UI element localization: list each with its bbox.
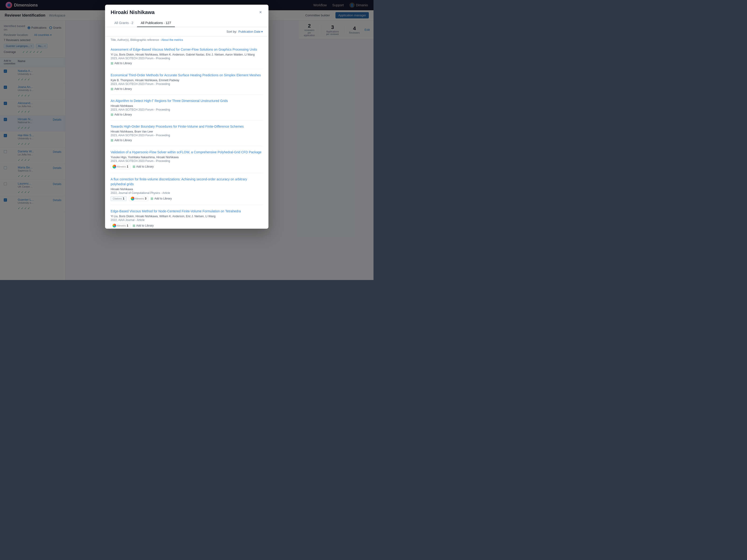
modal-tabs: All Grants · 2 All Publications · 127: [111, 19, 263, 27]
add-library-label-1: Add to Library: [114, 61, 132, 65]
pub-actions-5: Altmetric 1 ⊞ Add to Library: [111, 164, 263, 169]
pub-authors-5: Yusuke Higo, Yoshitaka Nakashima, Hiroak…: [111, 156, 263, 159]
pub-venue-3: 2023, AIAA SCITECH 2023 Forum - Proceedi…: [111, 108, 263, 111]
add-to-library-6[interactable]: ⊞ Add to Library: [151, 197, 172, 201]
pub-title-3[interactable]: An Algorithm to Detect High-Γ Regions fo…: [111, 99, 263, 103]
pub-actions-1: ⊞ Add to Library: [111, 61, 263, 65]
sort-select-dropdown[interactable]: Publication Date ▾: [238, 30, 263, 33]
pub-title-6[interactable]: A flux correction for finite-volume disc…: [111, 177, 263, 187]
add-to-library-5[interactable]: ⊞ Add to Library: [133, 165, 154, 168]
pub-actions-7: Altmetric 1 ⊞ Add to Library: [111, 223, 263, 228]
add-library-label-3: Add to Library: [114, 113, 132, 116]
citations-label-6: Citations: [113, 197, 122, 200]
tab-all-publications[interactable]: All Publications · 127: [137, 19, 175, 27]
add-to-library-7[interactable]: ⊞ Add to Library: [133, 224, 154, 228]
pub-title-5[interactable]: Validation of a Hypersonic-Flow Solver w…: [111, 150, 263, 155]
modal-close-button[interactable]: ×: [257, 9, 264, 16]
pub-venue-2: 2023, AIAA SCITECH 2023 Forum - Proceedi…: [111, 82, 263, 86]
add-library-icon-5: ⊞: [133, 165, 135, 168]
pub-authors-4: Hiroaki Nishikawa, Bram Van Leer: [111, 130, 263, 133]
pub-actions-4: ⊞ Add to Library: [111, 138, 263, 142]
pub-venue-6: 2022, Journal of Computational Physics -…: [111, 191, 263, 195]
pub-actions-3: ⊞ Add to Library: [111, 113, 263, 116]
modal-header: Hiroaki Nishikawa × All Grants · 2 All P…: [105, 5, 268, 27]
add-to-library-4[interactable]: ⊞ Add to Library: [111, 138, 132, 142]
publication-item-5: Validation of a Hypersonic-Flow Solver w…: [111, 146, 263, 173]
publication-item-1: Assessment of Edge-Based Viscous Method …: [111, 44, 263, 69]
publication-item-3: An Algorithm to Detect High-Γ Regions fo…: [111, 95, 263, 121]
pub-venue-5: 2023, AIAA SCITECH 2023 Forum - Proceedi…: [111, 159, 263, 163]
citations-num-6: 1: [123, 197, 124, 200]
publication-item-4: Towards High-Order Boundary Procedures f…: [111, 121, 263, 146]
altmetric-icon-6: [131, 197, 134, 201]
pub-title-4[interactable]: Towards High-Order Boundary Procedures f…: [111, 124, 263, 129]
publication-item-7: Edge-Based Viscous Method for Node-Cente…: [111, 205, 263, 229]
publication-item-2: Economical Third-Order Methods for Accur…: [111, 69, 263, 95]
add-library-label-5: Add to Library: [136, 165, 154, 168]
modal-meta: Title, Author(s), Bibliographic referenc…: [105, 36, 268, 44]
pub-title-1[interactable]: Assessment of Edge-Based Viscous Method …: [111, 47, 263, 52]
pub-authors-2: Kyle B. Thompson, Hiroaki Nishikawa, Emm…: [111, 79, 263, 82]
pub-actions-6: Citations 1 Altmetric 3 ⊞ Add to Library: [111, 196, 263, 201]
pub-authors-1: Yi Liu, Boris Diskin, Hiroaki Nishikawa,…: [111, 53, 263, 56]
add-library-icon-6: ⊞: [151, 197, 153, 201]
add-library-icon-7: ⊞: [133, 224, 135, 228]
modal-title: Hiroaki Nishikawa: [111, 9, 263, 16]
sort-chevron-icon: ▾: [261, 30, 263, 33]
pub-actions-2: ⊞ Add to Library: [111, 87, 263, 91]
citations-badge-6: Citations 1: [111, 196, 127, 201]
pub-authors-6: Hiroaki Nishikawa: [111, 188, 263, 191]
pub-authors-3: Hiroaki Nishikawa: [111, 104, 263, 108]
sort-value: Publication Date: [238, 30, 260, 33]
pub-authors-7: Yi Liu, Boris Diskin, Hiroaki Nishikawa,…: [111, 215, 263, 218]
sort-label: Sort by: Publication Date ▾: [227, 30, 263, 33]
altmetric-num-7: 1: [127, 224, 128, 227]
about-metrics-link[interactable]: About the metrics: [161, 38, 183, 42]
add-library-label-4: Add to Library: [114, 139, 132, 142]
modal-toolbar: Sort by: Publication Date ▾: [105, 27, 268, 36]
modal-body: Assessment of Edge-Based Viscous Method …: [105, 44, 268, 229]
add-library-label-6: Add to Library: [154, 197, 172, 200]
altmetric-label-7: Altmetric: [117, 224, 126, 227]
publication-modal: Hiroaki Nishikawa × All Grants · 2 All P…: [105, 5, 268, 229]
add-library-icon-4: ⊞: [111, 138, 113, 142]
add-to-library-3[interactable]: ⊞ Add to Library: [111, 113, 132, 116]
add-library-icon-3: ⊞: [111, 113, 113, 116]
modal-overlay[interactable]: Hiroaki Nishikawa × All Grants · 2 All P…: [0, 0, 374, 280]
altmetric-badge-7: Altmetric 1: [111, 223, 130, 228]
add-library-icon-2: ⊞: [111, 87, 113, 91]
altmetric-badge-6: Altmetric 3: [129, 196, 149, 201]
altmetric-badge-5: Altmetric 1: [111, 164, 130, 169]
add-library-label-7: Add to Library: [136, 224, 154, 227]
meta-text: Title, Author(s), Bibliographic referenc…: [111, 38, 161, 42]
pub-title-7[interactable]: Edge-Based Viscous Method for Node-Cente…: [111, 209, 263, 214]
add-to-library-1[interactable]: ⊞ Add to Library: [111, 61, 132, 65]
tab-all-grants[interactable]: All Grants · 2: [111, 19, 137, 27]
altmetric-num-5: 1: [127, 165, 128, 168]
altmetric-icon-5: [112, 165, 116, 168]
pub-venue-4: 2023, AIAA SCITECH 2023 Forum - Proceedi…: [111, 134, 263, 137]
altmetric-label-6: Altmetric: [135, 197, 144, 200]
add-to-library-2[interactable]: ⊞ Add to Library: [111, 87, 132, 91]
altmetric-icon-7: [112, 224, 116, 228]
pub-title-2[interactable]: Economical Third-Order Methods for Accur…: [111, 73, 263, 78]
altmetric-num-6: 3: [145, 197, 147, 200]
add-library-icon-1: ⊞: [111, 61, 113, 65]
altmetric-label-5: Altmetric: [117, 165, 126, 168]
sort-by-text: Sort by:: [227, 30, 237, 33]
pub-venue-7: 2022, AIAA Journal - Article: [111, 218, 263, 222]
add-library-label-2: Add to Library: [114, 87, 132, 90]
pub-venue-1: 2023, AIAA SCITECH 2023 Forum - Proceedi…: [111, 57, 263, 60]
publication-item-6: A flux correction for finite-volume disc…: [111, 173, 263, 205]
